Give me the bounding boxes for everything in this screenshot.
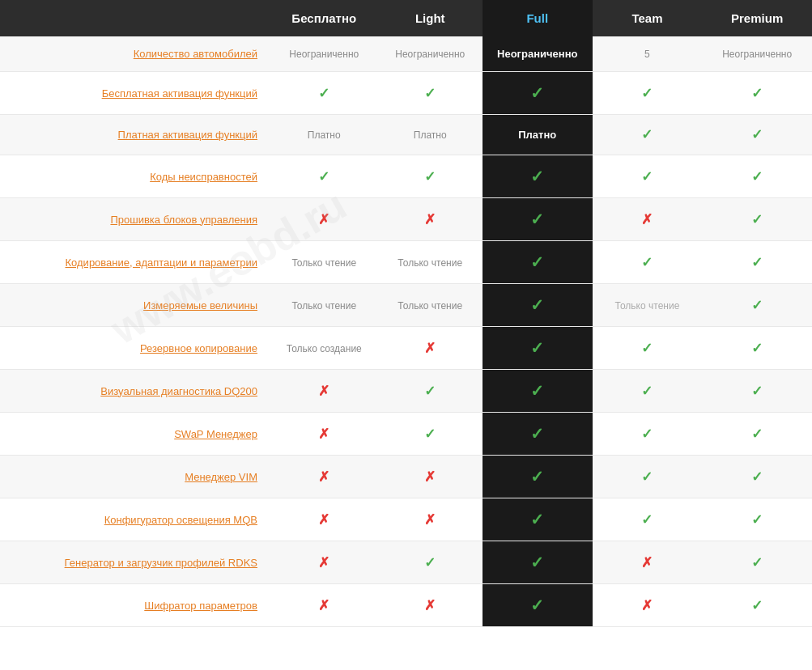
table-cell: ✓ bbox=[270, 72, 378, 115]
check-icon: ✓ bbox=[751, 341, 763, 356]
check-icon: ✓ bbox=[424, 384, 436, 399]
table-row: Резервное копированиеТолько создание✗✓✓✓ bbox=[0, 327, 812, 370]
header-full: Full bbox=[483, 0, 593, 36]
check-icon: ✓ bbox=[530, 553, 544, 571]
cross-icon: ✗ bbox=[424, 512, 436, 528]
feature-cell[interactable]: Менеджер VIM bbox=[0, 456, 270, 498]
table-cell: ✓ bbox=[702, 284, 812, 327]
cell-text: Неограниченно bbox=[289, 49, 359, 60]
table-cell: Только чтение bbox=[378, 284, 483, 327]
check-icon: ✓ bbox=[530, 296, 544, 314]
table-cell: ✓ bbox=[483, 370, 593, 413]
table-cell: ✓ bbox=[483, 584, 593, 627]
header-premium: Premium bbox=[702, 0, 812, 36]
feature-cell[interactable]: Платная активация функций bbox=[0, 115, 270, 155]
table-cell: Неограниченно bbox=[270, 36, 378, 72]
table-cell: ✓ bbox=[483, 284, 593, 327]
table-cell: ✓ bbox=[702, 115, 812, 155]
table-cell: Только чтение bbox=[270, 284, 378, 327]
check-icon: ✓ bbox=[530, 511, 544, 528]
table-cell: ✓ bbox=[483, 327, 593, 370]
table-cell: ✓ bbox=[593, 456, 703, 498]
feature-cell[interactable]: Конфигуратор освещения MQB bbox=[0, 498, 270, 541]
check-icon: ✓ bbox=[530, 210, 544, 228]
cross-icon: ✗ bbox=[318, 384, 329, 399]
feature-cell[interactable]: Прошивка блоков управления bbox=[0, 198, 270, 241]
cell-text: Неограниченно bbox=[497, 48, 577, 60]
table-cell: Неограниченно bbox=[702, 36, 812, 72]
table-cell: ✓ bbox=[593, 155, 703, 198]
table-cell: ✓ bbox=[378, 413, 483, 456]
feature-cell[interactable]: SWaP Менеджер bbox=[0, 413, 270, 456]
cross-icon: ✗ bbox=[318, 212, 329, 227]
check-icon: ✓ bbox=[751, 255, 763, 270]
check-icon: ✓ bbox=[751, 512, 763, 528]
cross-icon: ✗ bbox=[424, 469, 436, 485]
table-cell: ✓ bbox=[593, 327, 703, 370]
check-icon: ✓ bbox=[318, 169, 329, 184]
table-cell: ✗ bbox=[378, 498, 483, 541]
check-icon: ✓ bbox=[530, 339, 544, 357]
check-icon: ✓ bbox=[641, 86, 653, 101]
table-cell: ✗ bbox=[593, 541, 703, 584]
table-cell: ✓ bbox=[270, 155, 378, 198]
check-icon: ✓ bbox=[424, 169, 436, 184]
table-cell: ✓ bbox=[378, 370, 483, 413]
cell-text: Только создание bbox=[287, 343, 362, 354]
feature-cell[interactable]: Генератор и загрузчик профилей RDKS bbox=[0, 541, 270, 584]
table-cell: ✓ bbox=[702, 456, 812, 498]
check-icon: ✓ bbox=[641, 512, 653, 528]
table-cell: ✓ bbox=[483, 456, 593, 498]
table-cell: ✓ bbox=[378, 541, 483, 584]
check-icon: ✓ bbox=[751, 127, 763, 142]
header-team: Team bbox=[593, 0, 703, 36]
cross-icon: ✗ bbox=[424, 212, 436, 227]
feature-cell[interactable]: Резервное копирование bbox=[0, 327, 270, 370]
table-row: SWaP Менеджер✗✓✓✓✓ bbox=[0, 413, 812, 456]
header-row: Бесплатно Light Full Team Premium bbox=[0, 0, 812, 36]
table-cell: ✗ bbox=[270, 456, 378, 498]
check-icon: ✓ bbox=[530, 596, 544, 614]
cross-icon: ✗ bbox=[641, 555, 653, 570]
table-cell: ✗ bbox=[378, 198, 483, 241]
cell-text: Неограниченно bbox=[395, 49, 465, 60]
table-row: Коды неисправностей✓✓✓✓✓ bbox=[0, 155, 812, 198]
table-cell: ✓ bbox=[702, 498, 812, 541]
table-cell: ✓ bbox=[702, 327, 812, 370]
table-cell: ✗ bbox=[270, 584, 378, 627]
table-cell: ✓ bbox=[593, 498, 703, 541]
table-cell: 5 bbox=[593, 36, 703, 72]
check-icon: ✓ bbox=[641, 384, 653, 399]
check-icon: ✓ bbox=[751, 598, 763, 613]
table-row: Прошивка блоков управления✗✗✓✗✓ bbox=[0, 198, 812, 241]
feature-cell[interactable]: Визуальная диагностика DQ200 bbox=[0, 370, 270, 413]
table-cell: ✓ bbox=[483, 498, 593, 541]
cell-text: Неограниченно bbox=[722, 49, 792, 60]
table-cell: ✓ bbox=[483, 72, 593, 115]
feature-cell[interactable]: Коды неисправностей bbox=[0, 155, 270, 198]
cross-icon: ✗ bbox=[318, 426, 329, 442]
cell-text: Платно bbox=[308, 129, 341, 141]
check-icon: ✓ bbox=[641, 255, 653, 270]
feature-cell[interactable]: Количество автомобилей bbox=[0, 36, 270, 72]
feature-cell[interactable]: Кодирование, адаптации и параметрии bbox=[0, 241, 270, 284]
table-cell: ✓ bbox=[378, 72, 483, 115]
check-icon: ✓ bbox=[641, 469, 653, 485]
feature-cell[interactable]: Измеряемые величины bbox=[0, 284, 270, 327]
table-row: Визуальная диагностика DQ200✗✓✓✓✓ bbox=[0, 370, 812, 413]
table-cell: ✓ bbox=[483, 155, 593, 198]
table-cell: Только чтение bbox=[378, 241, 483, 284]
check-icon: ✓ bbox=[424, 555, 436, 570]
table-row: Платная активация функцийПлатноПлатноПла… bbox=[0, 115, 812, 155]
table-row: Генератор и загрузчик профилей RDKS✗✓✓✗✓ bbox=[0, 541, 812, 584]
check-icon: ✓ bbox=[641, 426, 653, 442]
check-icon: ✓ bbox=[641, 127, 653, 142]
feature-cell[interactable]: Шифратор параметров bbox=[0, 584, 270, 627]
check-icon: ✓ bbox=[530, 168, 544, 185]
cell-text: Только чтение bbox=[615, 300, 680, 312]
feature-cell[interactable]: Бесплатная активация функций bbox=[0, 72, 270, 115]
check-icon: ✓ bbox=[641, 169, 653, 184]
table-cell: ✗ bbox=[593, 584, 703, 627]
table-cell: Неограниченно bbox=[483, 36, 593, 72]
table-cell: Неограниченно bbox=[378, 36, 483, 72]
